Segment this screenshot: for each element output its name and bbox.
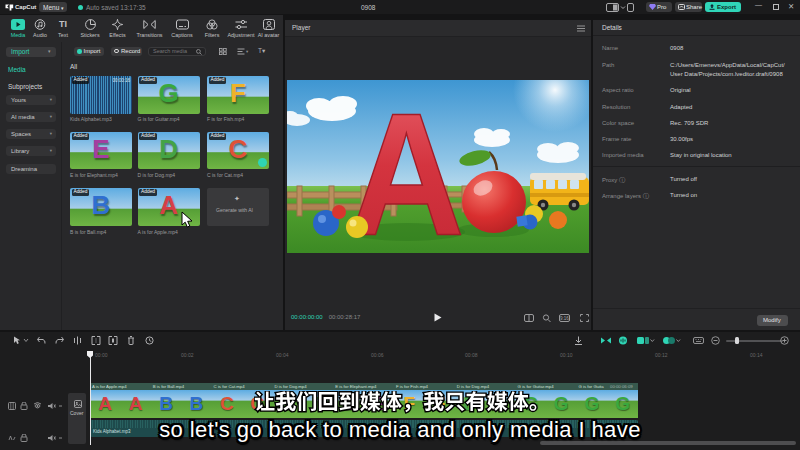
- svg-text:9:16: 9:16: [560, 315, 569, 320]
